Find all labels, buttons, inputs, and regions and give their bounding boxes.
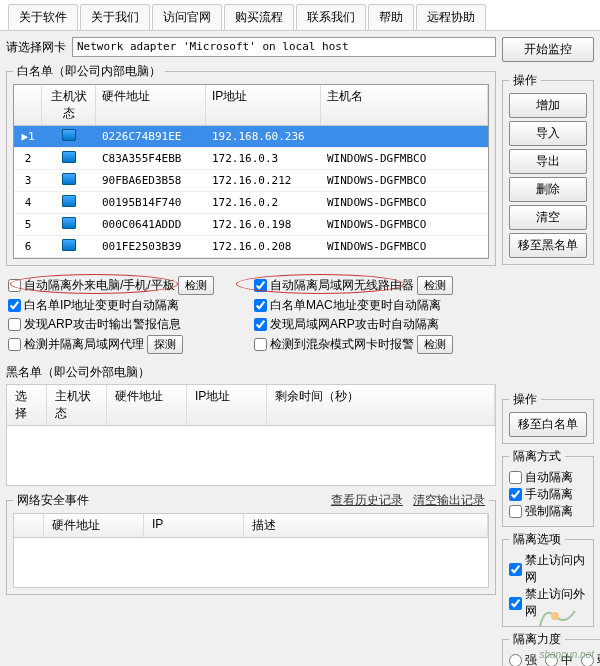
lbl-manual-isolate: 手动隔离: [525, 486, 573, 503]
link-clear[interactable]: 清空输出记录: [413, 493, 485, 507]
table-row[interactable]: 2C83A355F4EBB172.16.0.3WINDOWS-DGFMBCO: [14, 148, 488, 170]
lbl-isolate-foreign: 自动隔离外来电脑/手机/平板: [24, 277, 175, 294]
chk-isolate-router[interactable]: [254, 279, 267, 292]
lbl-block-internal: 禁止访问内网: [525, 552, 587, 586]
monitor-icon: [62, 239, 76, 251]
whitelist-title: 白名单（即公司内部电脑）: [13, 63, 165, 80]
ev-col-desc[interactable]: 描述: [244, 514, 488, 537]
btn-detect-1[interactable]: 检测: [178, 276, 214, 295]
chk-block-external[interactable]: [509, 597, 522, 610]
monitor-icon: [62, 195, 76, 207]
tab-purchase[interactable]: 购买流程: [224, 4, 294, 30]
monitor-icon: [62, 151, 76, 163]
lbl-isolate-router: 自动隔离局域网无线路由器: [270, 277, 414, 294]
table-row[interactable]: 5000C0641ADDD172.16.0.198WINDOWS-DGFMBCO: [14, 214, 488, 236]
lbl-arp-isolate: 发现局域网ARP攻击时自动隔离: [270, 316, 439, 333]
ev-col-0[interactable]: [14, 514, 44, 537]
bl-col-select[interactable]: 选择: [7, 385, 47, 425]
monitor-icon: [62, 217, 76, 229]
events-title: 网络安全事件: [17, 492, 89, 509]
watermark-text: shancun.net: [540, 649, 595, 660]
blacklist-body[interactable]: [6, 426, 496, 486]
radio-strong[interactable]: [509, 654, 522, 666]
lbl-auto-isolate: 自动隔离: [525, 469, 573, 486]
events-group: 网络安全事件 查看历史记录 清空输出记录 硬件地址 IP 描述: [6, 492, 496, 595]
chk-auto-isolate[interactable]: [509, 471, 522, 484]
lbl-force-isolate: 强制隔离: [525, 503, 573, 520]
table-row[interactable]: 400195B14F740172.16.0.2WINDOWS-DGFMBCO: [14, 192, 488, 214]
ops-group: 操作 增加 导入 导出 删除 清空 移至黑名单: [502, 72, 594, 265]
tab-website[interactable]: 访问官网: [152, 4, 222, 30]
svg-point-0: [551, 612, 559, 620]
table-row[interactable]: 390FBA6ED3B58172.16.0.212WINDOWS-DGFMBCO: [14, 170, 488, 192]
btn-clear[interactable]: 清空: [509, 205, 587, 230]
ev-col-ip[interactable]: IP: [144, 514, 244, 537]
lbl-mac-change: 白名单MAC地址变更时自动隔离: [270, 297, 441, 314]
bl-col-mac[interactable]: 硬件地址: [107, 385, 187, 425]
events-body[interactable]: [13, 538, 489, 588]
adapter-combo[interactable]: Network adapter 'Microsoft' on local hos…: [72, 37, 496, 57]
chk-ip-change[interactable]: [8, 299, 21, 312]
ev-col-mac[interactable]: 硬件地址: [44, 514, 144, 537]
chk-proxy[interactable]: [8, 338, 21, 351]
col-status[interactable]: 主机状态: [42, 85, 96, 125]
btn-start-monitor[interactable]: 开始监控: [502, 37, 594, 62]
btn-detect-8[interactable]: 检测: [417, 335, 453, 354]
monitor-icon: [62, 173, 76, 185]
adapter-label: 请选择网卡: [6, 39, 66, 56]
lbl-ip-change: 白名单IP地址变更时自动隔离: [24, 297, 179, 314]
ops-group-2: 操作 移至白名单: [502, 391, 594, 444]
isolate-opt-title: 隔离选项: [509, 531, 565, 548]
table-row[interactable]: ▶10226C74B91EE192.168.60.236: [14, 126, 488, 148]
blacklist-title: 黑名单（即公司外部电脑）: [6, 364, 496, 381]
table-row[interactable]: 6001FE2503B39172.16.0.208WINDOWS-DGFMBCO: [14, 236, 488, 258]
blacklist-header: 选择 主机状态 硬件地址 IP地址 剩余时间（秒）: [6, 384, 496, 426]
chk-arp-alert[interactable]: [8, 318, 21, 331]
btn-to-blacklist[interactable]: 移至黑名单: [509, 233, 587, 258]
col-mac[interactable]: 硬件地址: [96, 85, 206, 125]
tab-help[interactable]: 帮助: [368, 4, 414, 30]
chk-manual-isolate[interactable]: [509, 488, 522, 501]
ops-title: 操作: [509, 72, 541, 89]
isolate-mode-title: 隔离方式: [509, 448, 565, 465]
btn-delete[interactable]: 删除: [509, 177, 587, 202]
monitor-icon: [62, 129, 76, 141]
chk-promiscuous[interactable]: [254, 338, 267, 351]
isolate-mode-group: 隔离方式 自动隔离 手动隔离 强制隔离: [502, 448, 594, 527]
bl-col-remain[interactable]: 剩余时间（秒）: [267, 385, 495, 425]
lbl-arp-alert: 发现ARP攻击时输出警报信息: [24, 316, 181, 333]
tab-about-us[interactable]: 关于我们: [80, 4, 150, 30]
whitelist-group: 白名单（即公司内部电脑） 主机状态 硬件地址 IP地址 主机名 ▶10226C7…: [6, 63, 496, 266]
tab-remote[interactable]: 远程协助: [416, 4, 486, 30]
col-index[interactable]: [14, 85, 42, 125]
link-history[interactable]: 查看历史记录: [331, 493, 403, 507]
btn-probe[interactable]: 探测: [147, 335, 183, 354]
ops-title-2: 操作: [509, 391, 541, 408]
chk-block-internal[interactable]: [509, 563, 522, 576]
lbl-promiscuous: 检测到混杂模式网卡时报警: [270, 336, 414, 353]
btn-add[interactable]: 增加: [509, 93, 587, 118]
top-tabs: 关于软件 关于我们 访问官网 购买流程 联系我们 帮助 远程协助: [0, 0, 600, 31]
whitelist-table: 主机状态 硬件地址 IP地址 主机名 ▶10226C74B91EE192.168…: [13, 84, 489, 259]
chk-isolate-foreign[interactable]: [8, 279, 21, 292]
btn-export[interactable]: 导出: [509, 149, 587, 174]
tab-contact[interactable]: 联系我们: [296, 4, 366, 30]
col-hostname[interactable]: 主机名: [321, 85, 488, 125]
tab-about-software[interactable]: 关于软件: [8, 4, 78, 30]
btn-import[interactable]: 导入: [509, 121, 587, 146]
btn-to-whitelist[interactable]: 移至白名单: [509, 412, 587, 437]
bl-col-ip[interactable]: IP地址: [187, 385, 267, 425]
lbl-proxy: 检测并隔离局域网代理: [24, 336, 144, 353]
chk-mac-change[interactable]: [254, 299, 267, 312]
col-ip[interactable]: IP地址: [206, 85, 321, 125]
chk-arp-isolate[interactable]: [254, 318, 267, 331]
btn-detect-2[interactable]: 检测: [417, 276, 453, 295]
chk-force-isolate[interactable]: [509, 505, 522, 518]
watermark-logo: [530, 596, 580, 636]
bl-col-status[interactable]: 主机状态: [47, 385, 107, 425]
